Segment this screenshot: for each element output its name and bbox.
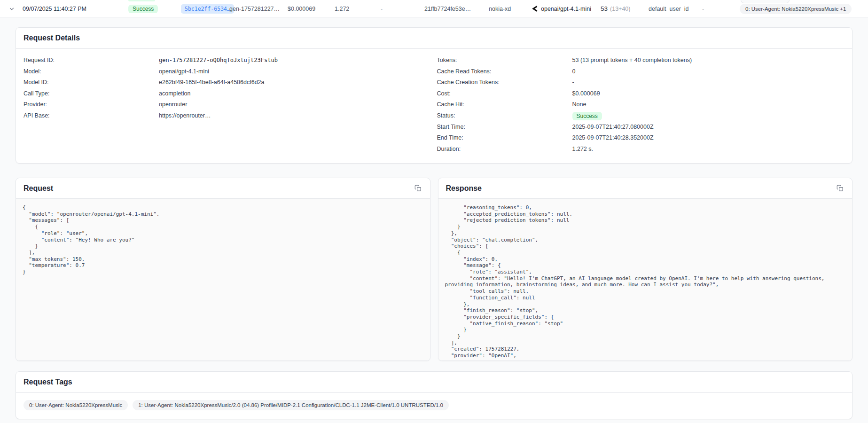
row-user: default_user_id [649, 0, 688, 17]
row-total-tokens: 53 [601, 5, 608, 12]
cache-read-tokens-label: Cache Read Tokens: [437, 66, 572, 78]
detail-row-cache-hit: Cache Hit: None [437, 99, 845, 110]
detail-row-start-time: Start Time: 2025-09-07T21:40:27.080000Z [437, 122, 845, 133]
expand-row-button[interactable] [8, 5, 16, 13]
row-token-detail: (13+40) [610, 6, 630, 12]
row-status-badge: Success [128, 5, 158, 13]
detail-row-model-id: Model ID: e262bf49-165f-4be8-a64f-a4586d… [23, 77, 434, 88]
response-panel-title: Response [446, 184, 482, 193]
row-latency: 1.272 [335, 0, 349, 17]
detail-row-tokens: Tokens: 53 (13 prompt tokens + 40 comple… [437, 55, 845, 66]
detail-row-cache-read-tokens: Cache Read Tokens: 0 [437, 66, 845, 78]
call-type-value: acompletion [159, 88, 190, 100]
end-time-label: End Time: [437, 133, 572, 144]
row-model: openai/gpt-4.1-mini [541, 6, 591, 12]
row-dash-1: - [381, 0, 383, 17]
row-request-id: gen-1757281227… [229, 0, 280, 17]
request-tag-1: 1: User-Agent: Nokia5220XpressMusic/2.0 … [133, 400, 449, 410]
detail-row-status: Status: Success [437, 110, 845, 122]
cache-creation-tokens-label: Cache Creation Tokens: [437, 77, 572, 88]
duration-label: Duration: [437, 144, 572, 155]
tokens-value: 53 (13 prompt tokens + 40 completion tok… [572, 55, 692, 66]
api-base-value: https://openrouter… [159, 110, 211, 122]
request-tags-card: Request Tags 0: User-Agent: Nokia5220Xpr… [16, 371, 852, 419]
detail-row-duration: Duration: 1.272 s. [437, 144, 845, 155]
api-base-label: API Base: [23, 110, 159, 122]
response-panel: Response "reasoning_tokens": 0, "accepte… [438, 178, 853, 361]
detail-row-model: Model: openai/gpt-4.1-mini [23, 66, 434, 78]
cache-read-tokens-value: 0 [572, 66, 576, 78]
request-json: { "model": "openrouter/openai/gpt-4.1-mi… [23, 204, 423, 275]
row-trace-id-link[interactable]: 5bc1e2ff-6534… [181, 4, 234, 14]
response-json: "reasoning_tokens": 0, "accepted_predict… [445, 204, 846, 359]
model-value: openai/gpt-4.1-mini [159, 66, 209, 78]
detail-row-cost: Cost: $0.000069 [437, 88, 845, 100]
details-right-column: Tokens: 53 (13 prompt tokens + 40 comple… [434, 55, 845, 155]
request-code-block[interactable]: { "model": "openrouter/openai/gpt-4.1-mi… [16, 199, 430, 360]
detail-row-api-base: API Base: https://openrouter… [23, 110, 434, 122]
request-panel-title: Request [23, 184, 53, 193]
details-left-column: Request ID: gen-1757281227-oQOhqToJxtujt… [23, 55, 434, 155]
log-row[interactable]: 09/07/2025 11:40:27 PM Success 5bc1e2ff-… [0, 0, 868, 17]
request-tags-title: Request Tags [23, 378, 72, 386]
openrouter-icon [531, 5, 538, 12]
request-details-title: Request Details [23, 34, 80, 42]
start-time-value: 2025-09-07T21:40:27.080000Z [572, 122, 654, 133]
cache-hit-label: Cache Hit: [437, 99, 572, 110]
status-label: Status: [437, 110, 572, 122]
provider-value: openrouter [159, 99, 187, 110]
row-session-id: 21ffb7724fe53e… [424, 0, 471, 17]
row-key-alias: nokia-xd [489, 0, 511, 17]
row-timestamp: 09/07/2025 11:40:27 PM [23, 0, 86, 17]
end-time-value: 2025-09-07T21:40:28.352000Z [572, 133, 654, 144]
row-tag-summary-pill: 0: User-Agent: Nokia5220XpressMusic +1 [740, 4, 852, 14]
chevron-down-icon [8, 6, 15, 12]
detail-row-request-id: Request ID: gen-1757281227-oQOhqToJxtujt… [23, 55, 434, 66]
detail-row-call-type: Call Type: acompletion [23, 88, 434, 100]
tokens-label: Tokens: [437, 55, 572, 66]
row-dash-2: - [702, 0, 704, 17]
detail-row-cache-creation-tokens: Cache Creation Tokens: - [437, 77, 845, 88]
request-details-card: Request Details Request ID: gen-17572812… [16, 27, 852, 164]
detail-row-provider: Provider: openrouter [23, 99, 434, 110]
copy-icon [414, 185, 422, 192]
copy-request-button[interactable] [414, 184, 422, 193]
cache-creation-tokens-value: - [572, 77, 574, 88]
response-code-block[interactable]: "reasoning_tokens": 0, "accepted_predict… [438, 199, 852, 360]
cost-label: Cost: [437, 88, 572, 100]
copy-response-button[interactable] [836, 184, 845, 193]
row-cost: $0.000069 [288, 0, 315, 17]
status-badge: Success [572, 112, 602, 120]
start-time-label: Start Time: [437, 122, 572, 133]
cost-value: $0.000069 [572, 88, 600, 100]
model-id-label: Model ID: [23, 77, 159, 88]
provider-label: Provider: [23, 99, 159, 110]
model-id-value: e262bf49-165f-4be8-a64f-a4586dcf6d2a [159, 77, 265, 88]
call-type-label: Call Type: [23, 88, 159, 100]
model-label: Model: [23, 66, 159, 78]
copy-icon [837, 185, 844, 192]
detail-row-end-time: End Time: 2025-09-07T21:40:28.352000Z [437, 133, 845, 144]
request-id-value: gen-1757281227-oQOhqToJxtujt23Fstub [159, 55, 278, 66]
duration-value: 1.272 s. [572, 144, 593, 155]
request-panel: Request { "model": "openrouter/openai/gp… [16, 178, 430, 361]
cache-hit-value: None [572, 99, 586, 110]
request-id-label: Request ID: [23, 55, 159, 66]
request-tag-0: 0: User-Agent: Nokia5220XpressMusic [23, 400, 128, 410]
